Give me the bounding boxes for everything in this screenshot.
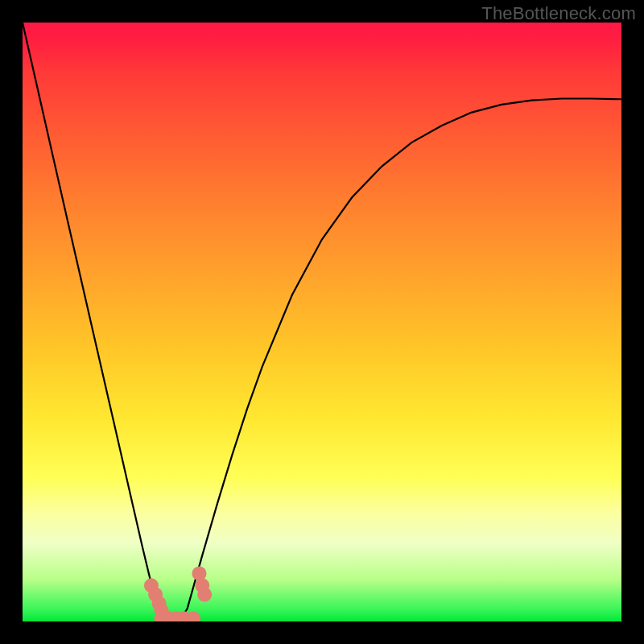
curve-group (23, 23, 621, 621)
data-marker (197, 588, 212, 602)
watermark-label: TheBottleneck.com (481, 3, 636, 24)
chart-svg (23, 23, 621, 621)
bottleneck-curve (23, 23, 621, 621)
chart-frame: TheBottleneck.com (0, 0, 644, 644)
marker-group (144, 566, 212, 621)
plot-area (23, 23, 621, 621)
